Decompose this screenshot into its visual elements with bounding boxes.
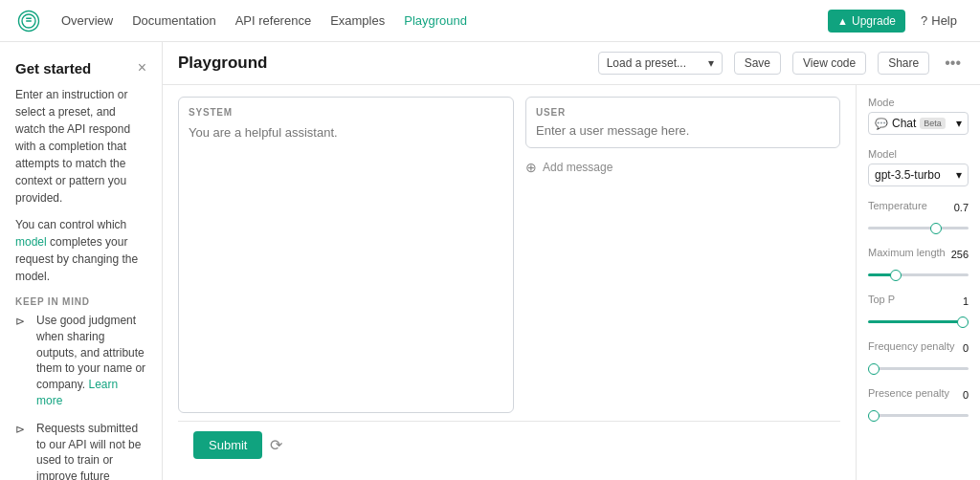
presence-penalty-row: Presence penalty 0 [868, 387, 969, 403]
presence-penalty-value: 0 [963, 389, 969, 401]
panel-row: SYSTEM USER ⊕ Add messa [178, 97, 840, 413]
freq-penalty-label: Frequency penalty [868, 340, 955, 352]
temperature-slider[interactable] [868, 227, 969, 229]
nav-playground[interactable]: Playground [396, 10, 475, 32]
help-label: Help [931, 13, 957, 28]
nav-api-reference[interactable]: API reference [228, 10, 320, 32]
logo [15, 8, 42, 34]
add-message-label: Add message [543, 161, 612, 174]
model-value: gpt-3.5-turbo [875, 168, 941, 182]
top-p-slider[interactable] [868, 320, 969, 323]
chat-panels: SYSTEM USER ⊕ Add messa [163, 85, 856, 480]
save-button[interactable]: Save [734, 52, 781, 75]
presence-penalty-slider[interactable] [868, 414, 969, 417]
upgrade-icon: ▲ [837, 15, 848, 27]
top-p-label: Top P [868, 294, 895, 305]
sidebar: Get started × Enter an instruction or se… [0, 42, 163, 480]
submit-button[interactable]: Submit [193, 431, 262, 459]
presence-penalty-label: Presence penalty [868, 387, 949, 399]
close-icon[interactable]: × [138, 59, 146, 76]
share-button[interactable]: Share [878, 52, 929, 75]
upgrade-button[interactable]: ▲ Upgrade [828, 10, 905, 33]
help-icon: ? [921, 13, 927, 28]
more-button[interactable]: ••• [941, 53, 965, 74]
max-length-slider[interactable] [868, 273, 969, 276]
view-code-button[interactable]: View code [792, 52, 866, 75]
item-icon-2: ⊳ [15, 422, 29, 438]
nav-documentation[interactable]: Documentation [124, 10, 223, 32]
temperature-section: Temperature 0.7 [868, 200, 969, 233]
temperature-value: 0.7 [954, 202, 969, 213]
item-icon-1: ⊳ [15, 314, 29, 330]
top-p-row: Top P 1 [868, 294, 969, 309]
max-length-row: Maximum length 256 [868, 247, 969, 262]
model-label: Model [868, 148, 969, 160]
right-panel: Mode 💬 Chat Beta ▾ Model gpt-3.5-tur [856, 85, 980, 480]
sidebar-description: Enter an instruction or select a preset,… [15, 86, 146, 207]
plus-icon: ⊕ [525, 160, 537, 175]
system-panel: SYSTEM [178, 97, 514, 413]
model-select[interactable]: gpt-3.5-turbo ▾ [868, 164, 969, 186]
preset-label: Load a preset... [607, 56, 686, 70]
mode-chevron-icon: ▾ [956, 117, 962, 130]
max-length-value: 256 [951, 249, 969, 260]
add-message-button[interactable]: ⊕ Add message [525, 156, 840, 179]
user-label: USER [536, 107, 830, 118]
sidebar-item-1: ⊳ Use good judgment when sharing outputs… [15, 313, 146, 409]
temperature-label: Temperature [868, 200, 927, 211]
model-link[interactable]: model [15, 235, 47, 249]
user-input[interactable] [536, 123, 697, 138]
freq-penalty-slider[interactable] [868, 367, 969, 370]
preset-selector[interactable]: Load a preset... ▾ [598, 52, 723, 75]
freq-penalty-value: 0 [963, 342, 969, 354]
temperature-row: Temperature 0.7 [868, 200, 969, 215]
sidebar-model-desc: You can control which model completes yo… [15, 216, 146, 285]
nav-overview[interactable]: Overview [54, 10, 121, 32]
learn-more-link-1[interactable]: Learn more [36, 378, 118, 407]
main-header: Playground Load a preset... ▾ Save View … [163, 42, 980, 85]
top-p-value: 1 [963, 295, 969, 307]
main-content: Playground Load a preset... ▾ Save View … [163, 42, 980, 480]
mode-label: Mode [868, 97, 969, 108]
chat-footer: Submit ⟳ [178, 421, 840, 469]
freq-penalty-row: Frequency penalty 0 [868, 340, 969, 356]
chat-icon: 💬 [875, 118, 888, 130]
user-panel: USER ⊕ Add message [525, 97, 840, 413]
mode-inner: 💬 Chat Beta [875, 117, 946, 130]
history-icon[interactable]: ⟳ [270, 436, 282, 454]
sidebar-title: Get started [15, 60, 91, 76]
page-title: Playground [178, 54, 587, 73]
freq-penalty-section: Frequency penalty 0 [868, 340, 969, 374]
system-textarea[interactable] [189, 125, 503, 403]
model-chevron-icon: ▾ [956, 168, 962, 182]
mode-section: Mode 💬 Chat Beta ▾ [868, 97, 969, 135]
max-length-section: Maximum length 256 [868, 247, 969, 280]
mode-value: Chat [892, 117, 916, 130]
sidebar-item-2: ⊳ Requests submitted to our API will not… [15, 421, 146, 480]
model-section: Model gpt-3.5-turbo ▾ [868, 148, 969, 186]
nav-links: Overview Documentation API reference Exa… [54, 10, 475, 32]
mode-select[interactable]: 💬 Chat Beta ▾ [868, 112, 969, 135]
sidebar-header: Get started × [15, 59, 146, 76]
playground-area: SYSTEM USER ⊕ Add messa [163, 85, 980, 480]
presence-penalty-section: Presence penalty 0 [868, 387, 969, 421]
keep-in-mind-title: KEEP IN MIND [15, 296, 146, 307]
upgrade-label: Upgrade [852, 14, 896, 28]
preset-chevron-icon: ▾ [708, 56, 714, 70]
top-p-section: Top P 1 [868, 294, 969, 327]
navbar: Overview Documentation API reference Exa… [0, 0, 980, 42]
navbar-right: ▲ Upgrade ? Help [828, 10, 965, 33]
beta-badge: Beta [920, 118, 946, 129]
nav-examples[interactable]: Examples [323, 10, 392, 32]
help-button[interactable]: ? Help [913, 10, 965, 32]
app-body: Get started × Enter an instruction or se… [0, 42, 980, 480]
max-length-label: Maximum length [868, 247, 946, 258]
system-label: SYSTEM [189, 107, 503, 118]
user-message-box: USER [525, 97, 840, 148]
